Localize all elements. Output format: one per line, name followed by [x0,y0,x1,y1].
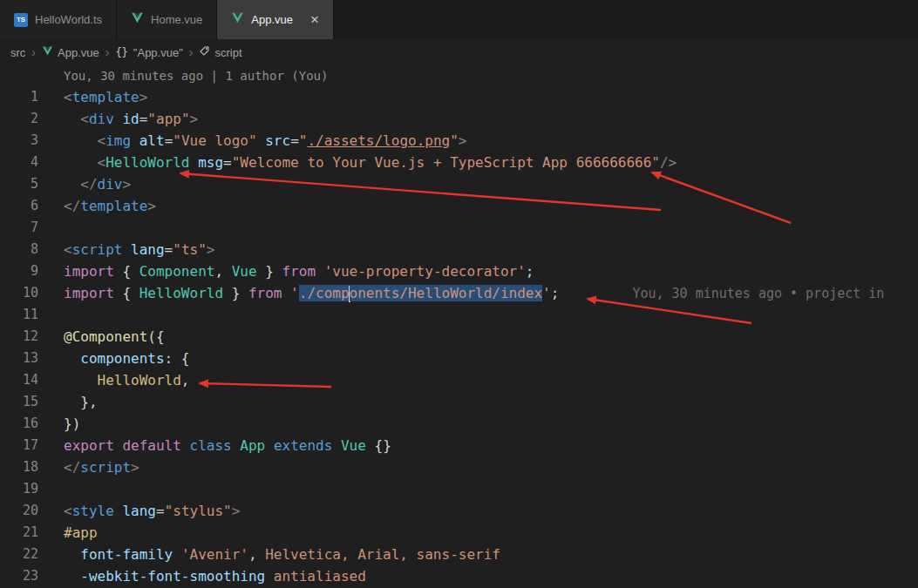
code-line[interactable]: 13 components: { [0,348,918,369]
code-line[interactable]: 2 <div id="app"> [0,108,918,130]
code-token: Vue [232,263,257,280]
code-line-content: import { HelloWorld } from './components… [38,282,884,304]
breadcrumb-item-app-vue[interactable]: App.vue [42,46,99,59]
code-area: 1<template>2 <div id="app">3 <img alt="V… [0,86,918,587]
line-number[interactable]: 14 [0,369,38,391]
code-line-content: <script lang="ts"> [38,239,214,260]
code-line[interactable]: 9import { Component, Vue } from 'vue-pro… [0,260,918,282]
code-line[interactable]: 10import { HelloWorld } from './componen… [0,282,918,304]
code-line[interactable]: 20<style lang="stylus"> [0,500,918,522]
code-token: from [248,285,282,301]
editor-pane: You, 30 minutes ago | 1 author (You) 1<t… [0,65,918,587]
code-line[interactable]: 4 <HelloWorld msg="Welcome to Your Vue.j… [0,152,918,173]
code-token: lang [131,241,165,258]
code-line[interactable]: 16}) [0,413,918,435]
code-token: ' [290,285,299,301]
line-number[interactable]: 5 [0,173,38,195]
code-token: "Vue logo" [173,132,256,149]
code-token: HelloWorld [139,285,223,301]
line-number[interactable]: 4 [0,152,38,173]
code-token [64,154,98,171]
code-token: extends [274,437,332,454]
code-token: , [214,263,231,280]
close-tab-icon[interactable]: × [310,12,319,27]
line-number[interactable]: 11 [0,304,38,326]
line-number[interactable]: 16 [0,413,38,435]
code-line[interactable]: 14 HelloWorld, [0,369,918,391]
tab-home-vue[interactable]: Home.vue [117,0,217,39]
line-number[interactable]: 22 [0,544,38,565]
line-number[interactable]: 19 [0,478,38,500]
code-line[interactable]: 6</template> [0,195,918,217]
code-token: 'Avenir' [181,546,248,563]
symbol-tag-icon [199,45,210,59]
tab-helloworld-ts[interactable]: TS HelloWorld.ts [0,0,117,39]
code-token: script [72,241,123,258]
code-token: msg [198,154,223,171]
symbol-module-icon: {} [115,46,127,58]
code-line-content: }) [38,413,80,435]
code-line[interactable]: 12@Component({ [0,326,918,348]
code-token [265,568,274,585]
code-line[interactable]: 11 [0,304,918,326]
line-number[interactable]: 21 [0,522,38,544]
breadcrumb-item-module[interactable]: {} "App.vue" [115,46,182,59]
line-number[interactable]: 9 [0,260,38,282]
code-token: ./comp [299,285,350,301]
code-token: Vue [341,437,366,454]
code-token: > [131,459,139,476]
editor-tab-bar: TS HelloWorld.ts Home.vue App.vue × [0,0,918,39]
line-number[interactable]: 2 [0,108,38,130]
code-line[interactable]: 3 <img alt="Vue logo" src="./assets/logo… [0,130,918,152]
code-token: lang [122,503,156,519]
code-token: alt [139,132,165,149]
line-number[interactable]: 8 [0,239,38,260]
breadcrumb-item-src[interactable]: src [10,46,25,59]
code-line[interactable]: 5 </div> [0,173,918,195]
line-number[interactable]: 1 [0,86,38,108]
tab-label: Home.vue [151,13,202,26]
code-token: img [105,132,131,149]
code-token: export [64,437,114,454]
code-line[interactable]: 23 -webkit-font-smoothing antialiased [0,565,918,587]
tab-app-vue[interactable]: App.vue × [217,0,334,39]
code-line[interactable]: 1<template> [0,86,918,108]
code-token: > [190,111,199,127]
line-number[interactable]: 10 [0,282,38,304]
line-number[interactable]: 15 [0,391,38,413]
code-line[interactable]: 7 [0,217,918,239]
line-number[interactable]: 18 [0,456,38,478]
code-token: > [207,241,215,258]
line-number[interactable]: 6 [0,195,38,217]
code-token [190,154,199,171]
tab-label: App.vue [251,13,293,26]
code-token: = [290,132,299,149]
code-token: < [64,241,72,258]
code-token: < [98,132,106,149]
code-token [257,132,266,149]
code-token: > [232,503,241,519]
codelens-blame-summary[interactable]: You, 30 minutes ago | 1 author (You) [0,65,918,86]
code-token: { [114,285,139,301]
code-line[interactable]: 18</script> [0,456,918,478]
code-line[interactable]: 15 }, [0,391,918,413]
code-line[interactable]: 21#app [0,522,918,544]
code-line-content: import { Component, Vue } from 'vue-prop… [38,260,534,282]
code-token [64,350,80,367]
code-token: from [282,263,316,280]
code-token: > [122,176,131,193]
code-line[interactable]: 22 font-family 'Avenir', Helvetica, Aria… [0,544,918,565]
line-number[interactable]: 23 [0,565,38,587]
code-line[interactable]: 19 [0,478,918,500]
line-number[interactable]: 13 [0,348,38,369]
line-number[interactable]: 3 [0,130,38,152]
breadcrumb-item-script[interactable]: script [199,45,241,59]
inline-blame-annotation: You, 30 minutes ago • project in [632,286,884,301]
line-number[interactable]: 12 [0,326,38,348]
code-line[interactable]: 8<script lang="ts"> [0,239,918,260]
code-token: {} [366,437,391,454]
line-number[interactable]: 17 [0,435,38,456]
code-line[interactable]: 17export default class App extends Vue {… [0,435,918,456]
line-number[interactable]: 7 [0,217,38,239]
line-number[interactable]: 20 [0,500,38,522]
